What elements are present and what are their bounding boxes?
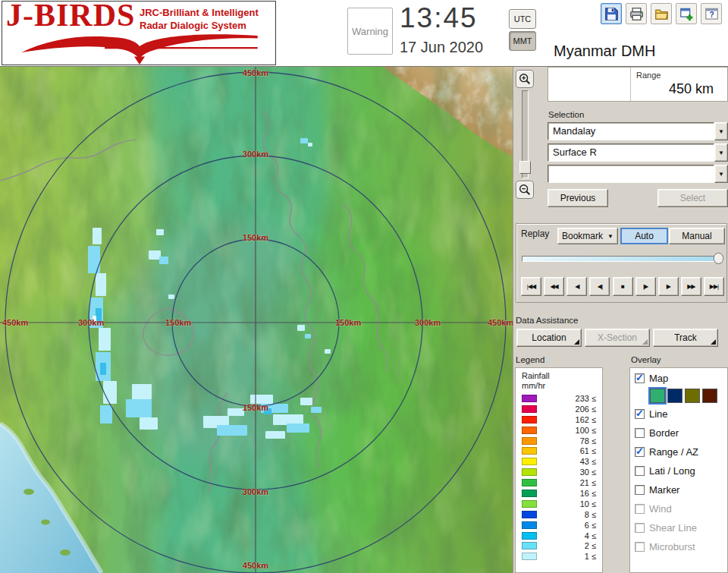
open-file-button[interactable]: [651, 3, 672, 24]
option-dropdown-value: [548, 165, 714, 183]
overlay-item-lati-long[interactable]: Lati / Long: [633, 461, 724, 480]
replay-timeline-slider[interactable]: [522, 253, 723, 264]
floppy-disk-icon: [604, 7, 619, 21]
replay-slider-thumb[interactable]: [714, 253, 723, 264]
location-button[interactable]: Location: [516, 329, 582, 347]
ring-label: 300km: [243, 487, 268, 496]
range-readout: Range 450 km: [548, 67, 728, 102]
jump-first-button[interactable]: |◀◀: [521, 277, 541, 296]
map-style-swatch[interactable]: [685, 389, 700, 403]
previous-button[interactable]: Previous: [548, 189, 608, 207]
overlay-item-wind[interactable]: Wind: [633, 499, 724, 518]
ring-label: 450km: [488, 318, 513, 327]
expand-corner-icon: [642, 339, 648, 345]
product-dropdown-arrow[interactable]: ▼: [714, 143, 728, 162]
zoom-control: [515, 70, 535, 199]
overlay-item-border[interactable]: Border: [633, 423, 724, 442]
logo-title: J-BIRDS: [6, 0, 135, 33]
legend-row: 43 ≤: [522, 456, 596, 467]
clock-time: 13:45: [400, 0, 513, 36]
overlay-item-marker[interactable]: Marker: [633, 480, 724, 499]
zoom-slider-thumb[interactable]: [519, 161, 531, 174]
replay-group: Replay Bookmark ▼ Auto Manual |◀◀ ◀◀ ◀ ◀…: [516, 223, 727, 303]
ring-label: 300km: [78, 318, 104, 327]
overlay-item-line[interactable]: Line: [633, 405, 724, 423]
map-style-swatch[interactable]: [650, 389, 665, 403]
legend-swatch: [522, 416, 537, 423]
clock-date: 17 Jun 2020: [400, 36, 513, 58]
zoom-out-button[interactable]: [516, 181, 534, 199]
ring-label: 150km: [243, 403, 268, 412]
option-dropdown-arrow[interactable]: ▼: [714, 165, 728, 183]
map-style-swatch[interactable]: [667, 389, 682, 403]
fast-rewind-button[interactable]: ◀◀: [544, 277, 564, 296]
data-assistance-label: Data Assistance: [516, 316, 578, 325]
chevron-down-icon: ▼: [718, 150, 724, 156]
zoom-slider[interactable]: [522, 90, 529, 178]
legend-swatch: [522, 437, 537, 445]
svg-text:?: ?: [709, 11, 714, 19]
microburst-checkbox[interactable]: [635, 542, 645, 552]
stop-button[interactable]: ■: [613, 277, 633, 296]
save-button[interactable]: [601, 3, 622, 24]
zoom-in-button[interactable]: [516, 70, 534, 88]
print-button[interactable]: [626, 3, 647, 24]
utc-button[interactable]: UTC: [509, 9, 536, 29]
x-section-button[interactable]: X-Section: [585, 329, 650, 347]
mmt-button[interactable]: MMT: [509, 31, 536, 51]
bookmark-label: Bookmark: [562, 231, 603, 241]
marker-checkbox[interactable]: [635, 485, 645, 495]
jump-last-button[interactable]: ▶▶|: [704, 277, 724, 296]
auto-mode-button[interactable]: Auto: [620, 228, 668, 244]
toolbar: ?: [601, 3, 722, 24]
ring-label: 450km: [2, 318, 28, 327]
overlay-item-shear-line[interactable]: Shear Line: [633, 518, 724, 537]
bookmark-dropdown-button[interactable]: Bookmark ▼: [557, 228, 618, 244]
range-az-checkbox[interactable]: [635, 447, 645, 457]
playback-controls: |◀◀ ◀◀ ◀ ◀| ■ |▶ ▶ ▶▶ ▶▶|: [521, 277, 724, 296]
overlay-item-range-az[interactable]: Range / AZ: [633, 442, 724, 461]
map-style-swatch[interactable]: [702, 389, 717, 403]
j-birds-app: J-BIRDS JRC-Brilliant & Intelligent Rada…: [0, 0, 728, 573]
lati-long-checkbox[interactable]: [635, 466, 645, 476]
expand-corner-icon: [711, 339, 716, 345]
legend-swatch: [522, 468, 537, 476]
legend-label: Legend: [516, 355, 544, 364]
product-dropdown[interactable]: Surface R ▼: [548, 143, 728, 162]
new-window-button[interactable]: [676, 3, 697, 24]
shear-line-checkbox[interactable]: [635, 523, 645, 533]
legend-unit: mm/hr: [522, 381, 596, 391]
manual-mode-button[interactable]: Manual: [669, 228, 725, 244]
select-button[interactable]: Select: [657, 189, 728, 207]
border-checkbox[interactable]: [635, 428, 645, 438]
legend-row: 10 ≤: [522, 499, 596, 509]
legend-swatch: [522, 447, 537, 455]
overlay-item-microburst[interactable]: Microburst: [633, 537, 724, 556]
play-reverse-button[interactable]: ◀: [566, 277, 587, 296]
legend-swatch: [522, 500, 537, 508]
site-dropdown-arrow[interactable]: ▼: [714, 122, 728, 140]
step-forward-button[interactable]: |▶: [635, 277, 656, 296]
track-button[interactable]: Track: [653, 329, 718, 347]
chevron-down-icon: ▼: [718, 128, 724, 135]
radar-map[interactable]: 450km 300km 150km 150km 300km 450km 450k…: [0, 67, 513, 573]
main-content: 450km 300km 150km 150km 300km 450km 450k…: [0, 67, 728, 573]
line-checkbox[interactable]: [635, 409, 645, 419]
warning-indicator[interactable]: Warning: [347, 8, 393, 55]
legend-panel: Rainfall mm/hr 233 ≤ 206 ≤ 162 ≤ 100 ≤ 7…: [515, 367, 603, 573]
legend-swatch: [522, 405, 537, 413]
fast-forward-button[interactable]: ▶▶: [681, 277, 701, 296]
option-dropdown[interactable]: ▼: [548, 165, 728, 183]
ring-label: 150km: [243, 233, 268, 242]
help-button[interactable]: ?: [701, 3, 722, 24]
step-back-button[interactable]: ◀|: [589, 277, 610, 296]
data-assistance-buttons: Location X-Section Track: [516, 329, 726, 347]
wind-checkbox[interactable]: [635, 504, 645, 514]
site-dropdown[interactable]: Mandalay ▼: [548, 122, 728, 140]
overlay-item-map[interactable]: Map: [633, 370, 724, 386]
map-checkbox[interactable]: [635, 373, 645, 383]
site-dropdown-value: Mandalay: [548, 122, 714, 140]
replay-slider-track[interactable]: [522, 256, 723, 262]
ring-label: 450km: [243, 561, 268, 570]
play-button[interactable]: ▶: [658, 277, 679, 296]
